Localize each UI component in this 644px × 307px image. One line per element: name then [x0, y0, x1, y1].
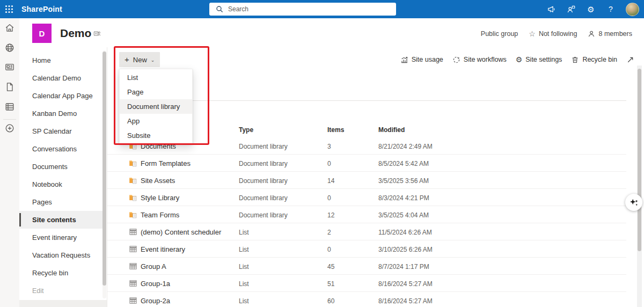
row-name[interactable]: Form Templates [141, 159, 191, 167]
row-modified: 3/5/2025 4:04 AM [378, 211, 429, 219]
column-header-type[interactable]: Type [239, 126, 253, 134]
menu-item-label: List [127, 74, 138, 82]
sidebar-item-label: Documents [32, 163, 68, 171]
sidebar-item-site-contents[interactable]: Site contents [19, 211, 103, 229]
row-name[interactable]: Team Forms [141, 211, 179, 219]
help-icon[interactable]: ? [606, 4, 616, 14]
chevron-down-icon: ⌄ [151, 57, 155, 63]
settings-gear-icon[interactable]: ⚙ [586, 4, 596, 14]
sidebar-edit-link[interactable]: Edit [19, 282, 103, 299]
column-header-modified[interactable]: Modified [378, 126, 405, 134]
menu-item-list[interactable]: List [120, 70, 192, 85]
menu-item-page[interactable]: Page [120, 85, 192, 99]
sidebar-scrollbar-thumb[interactable] [103, 52, 106, 286]
row-modified: 8/21/2024 2:49 AM [378, 143, 433, 150]
library-icon[interactable] [4, 101, 15, 112]
sidebar-item-recycle-bin[interactable]: Recycle bin [19, 264, 103, 282]
search-icon [216, 5, 223, 13]
site-header: D Demo Public group ☆ Not following 8 me… [19, 18, 644, 47]
site-logo[interactable]: D [32, 24, 52, 43]
sidebar-item-event-itinerary[interactable]: Event itinerary [19, 229, 103, 246]
sidebar-item-kanban-demo[interactable]: Kanban Demo [19, 105, 103, 122]
document-icon[interactable] [4, 82, 15, 92]
sidebar-item-calendar-demo[interactable]: Calendar Demo [19, 69, 103, 87]
follow-button[interactable]: ☆ Not following [529, 30, 577, 38]
sidebar-item-notebook[interactable]: Notebook [19, 176, 103, 193]
megaphone-icon[interactable] [546, 4, 556, 14]
site-usage-button[interactable]: Site usage [400, 56, 443, 64]
row-modified: 11/5/2024 6:26 AM [378, 229, 432, 236]
table-row-demo-content-scheduler[interactable]: (demo) Content scheduler List 2 11/5/202… [107, 223, 626, 240]
table-row-group-a[interactable]: Group A List 45 8/7/2024 1:17 PM [107, 258, 626, 275]
copilot-sparkle-button[interactable] [625, 194, 642, 211]
row-name[interactable]: Group-2a [141, 297, 170, 305]
table-row-form-templates[interactable]: Form Templates Document library 0 8/5/20… [107, 155, 626, 172]
app-title[interactable]: SharePoint [21, 5, 62, 13]
main-scrollbar[interactable] [637, 65, 642, 307]
recycle-bin-button[interactable]: Recycle bin [571, 56, 617, 64]
table-row-team-forms[interactable]: Team Forms Document library 12 3/5/2025 … [107, 206, 626, 223]
table-row-group-1a[interactable]: Group-1a List 51 8/16/2024 5:27 AM [107, 275, 626, 292]
suite-actions: ⚙ ? [546, 0, 639, 18]
row-modified: 8/7/2024 1:17 PM [378, 263, 429, 271]
row-name[interactable]: Group-1a [141, 280, 170, 288]
row-items-count: 0 [327, 194, 331, 202]
site-settings-button[interactable]: ⚙ Site settings [516, 56, 562, 63]
feedback-person-icon[interactable] [566, 4, 576, 14]
expand-button[interactable] [626, 56, 634, 64]
teams-icon [93, 30, 101, 38]
row-modified: 3/10/2025 6:26 AM [378, 246, 433, 253]
row-type: List [239, 280, 249, 288]
row-type: List [239, 263, 249, 271]
row-modified: 8/16/2024 5:27 AM [378, 280, 433, 288]
members-button[interactable]: 8 members [588, 30, 632, 38]
app-launcher-icon[interactable] [0, 0, 18, 18]
main-scrollbar-thumb[interactable] [638, 69, 641, 251]
row-name[interactable]: Style Library [141, 194, 179, 202]
row-name[interactable]: Group A [141, 262, 166, 271]
column-header-items[interactable]: Items [327, 126, 344, 134]
row-name[interactable]: Site Assets [141, 177, 175, 185]
create-plus-icon[interactable] [4, 123, 15, 134]
site-workflows-button[interactable]: Site workflows [452, 56, 507, 64]
user-avatar[interactable] [626, 3, 639, 16]
menu-item-subsite[interactable]: Subsite [120, 128, 192, 143]
table-row-group-2a[interactable]: Group-2a List 60 8/16/2024 5:27 AM [107, 292, 626, 307]
sidebar-item-label: Recycle bin [32, 269, 68, 277]
list-icon [129, 279, 137, 288]
globe-icon[interactable] [4, 42, 15, 53]
row-name[interactable]: Event itinerary [141, 245, 185, 253]
document-library-icon [129, 210, 137, 219]
row-items-count: 51 [327, 280, 334, 288]
site-header-meta: Public group ☆ Not following 8 members [481, 30, 632, 38]
sidebar-item-sp-calendar[interactable]: SP Calendar [19, 122, 103, 140]
news-icon[interactable] [4, 62, 15, 72]
sidebar-item-label: Edit [32, 287, 44, 295]
home-icon[interactable] [4, 23, 15, 33]
row-type: Document library [239, 177, 288, 185]
sidebar-item-conversations[interactable]: Conversations [19, 140, 103, 158]
row-items-count: 14 [327, 177, 334, 185]
table-row-style-library[interactable]: Style Library Document library 0 8/3/202… [107, 189, 626, 206]
table-row-event-itinerary[interactable]: Event itinerary List 0 3/10/2025 6:26 AM [107, 240, 626, 258]
search-input[interactable]: Search [209, 3, 396, 16]
commandbar-actions: Site usage Site workflows ⚙ Site setting… [400, 52, 634, 67]
sidebar-item-label: Calendar Demo [32, 74, 81, 82]
row-name[interactable]: (demo) Content scheduler [141, 228, 221, 236]
sidebar-item-documents[interactable]: Documents [19, 158, 103, 176]
sidebar-item-calendar-app-page[interactable]: Calendar App Page [19, 87, 103, 105]
menu-item-document-library[interactable]: Document library [120, 99, 192, 114]
new-button[interactable]: + New ⌄ [119, 52, 160, 67]
sidebar-item-home[interactable]: Home [19, 52, 103, 69]
sidebar-item-vacation-requests[interactable]: Vacation Requests [19, 246, 103, 264]
table-row-site-assets[interactable]: Site Assets Document library 14 3/5/2025… [107, 172, 626, 189]
sidebar-item-pages[interactable]: Pages [19, 193, 103, 211]
row-items-count: 3 [327, 143, 331, 150]
row-modified: 8/5/2024 5:42 AM [378, 160, 429, 167]
sidebar-hscrollbar[interactable] [19, 300, 107, 307]
menu-item-app[interactable]: App [120, 114, 192, 128]
site-workflows-label: Site workflows [464, 56, 507, 63]
document-library-icon [129, 193, 137, 202]
sidebar-scrollbar[interactable] [103, 50, 106, 298]
sidebar-item-label: Site contents [32, 216, 76, 224]
